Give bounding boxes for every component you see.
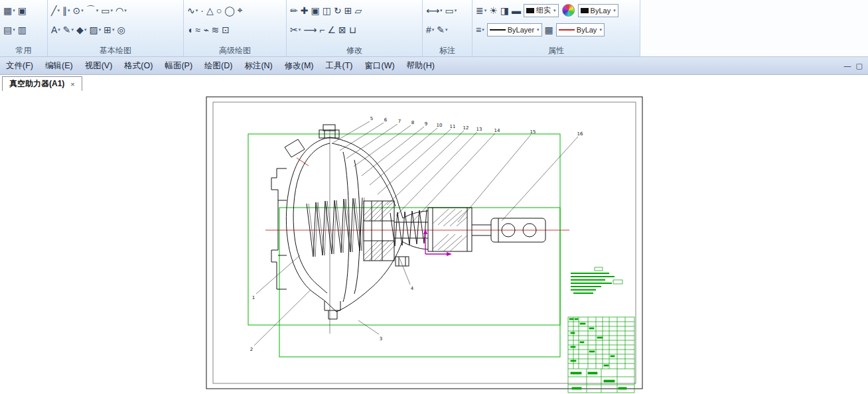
menu-help[interactable]: 帮助(H) xyxy=(401,57,441,74)
circle-button[interactable]: ⊙▾ xyxy=(71,3,84,19)
menu-file[interactable]: 文件(F) xyxy=(0,57,39,74)
dropdown-arrow-icon[interactable]: ▾ xyxy=(72,27,74,33)
linetype-combo[interactable]: ByLayer▾ xyxy=(487,23,542,36)
erase-button[interactable]: ✏ xyxy=(289,3,299,19)
layer-button[interactable]: ≣▾ xyxy=(474,3,488,19)
ellipse-button[interactable]: ◯ xyxy=(223,3,236,19)
menu-paper[interactable]: 幅面(P) xyxy=(159,57,198,74)
dropdown-arrow-icon[interactable]: ▾ xyxy=(57,8,60,13)
color-swatch xyxy=(581,8,589,13)
copy-doc-button[interactable]: ▥ xyxy=(17,22,28,38)
chamfer-button[interactable]: ∠ xyxy=(326,22,338,38)
polygon-button[interactable]: ◆▾ xyxy=(75,22,88,38)
join-button[interactable]: ⊔ xyxy=(348,22,358,38)
dropdown-arrow-icon[interactable]: ▾ xyxy=(84,27,87,33)
layer-list-button[interactable]: ≡▾ xyxy=(474,22,486,38)
lineweight-combo[interactable]: ByLay▾ xyxy=(556,23,605,36)
hatch-button[interactable]: ▨▾ xyxy=(88,22,102,38)
dropdown-arrow-icon[interactable]: ▾ xyxy=(124,8,127,13)
dropdown-arrow-icon[interactable]: ▾ xyxy=(299,27,301,33)
paste-button[interactable]: ▦▾ xyxy=(2,3,17,19)
parallel-button[interactable]: ∥▾ xyxy=(61,3,72,19)
dropdown-arrow-icon[interactable]: ▾ xyxy=(613,8,616,13)
rectangle-button[interactable]: ▭▾ xyxy=(100,3,114,19)
minimize-icon[interactable]: — xyxy=(844,62,851,70)
line-button[interactable]: ╱▾ xyxy=(50,3,61,19)
dropdown-arrow-icon[interactable]: ▾ xyxy=(58,27,60,33)
dropdown-arrow-icon[interactable]: ▾ xyxy=(13,8,15,13)
halfarc-button[interactable]: ◖ xyxy=(186,22,194,38)
dropdown-arrow-icon[interactable]: ▾ xyxy=(482,27,484,33)
dropdown-arrow-icon[interactable]: ▾ xyxy=(440,8,443,13)
wave-button[interactable]: ≈ xyxy=(194,22,202,38)
table-button[interactable]: ▦ xyxy=(543,22,555,38)
dropdown-arrow-icon[interactable]: ▾ xyxy=(537,27,540,33)
extend-button[interactable]: ⟶ xyxy=(302,22,318,38)
coord-dim-button[interactable]: #▾ xyxy=(425,22,435,38)
layer-freeze-button[interactable]: ◨ xyxy=(499,3,510,19)
grid-button[interactable]: ⊞▾ xyxy=(102,22,115,38)
dropdown-arrow-icon[interactable]: ▾ xyxy=(110,8,113,13)
menu-modify[interactable]: 修改(M) xyxy=(279,57,320,74)
dropdown-arrow-icon[interactable]: ▾ xyxy=(96,8,99,13)
menu-edit[interactable]: 编辑(E) xyxy=(39,57,79,74)
image-box-button[interactable]: ⊡ xyxy=(220,22,231,38)
restore-icon[interactable]: ▢ xyxy=(856,62,863,70)
bolt-button[interactable]: ⌁ xyxy=(202,22,210,38)
stretch-button[interactable]: ▱ xyxy=(353,3,363,19)
ribbon-group-properties: ≣▾ ☀ ◨ ▬ 细实▾ ByLay▾ ≡▾ ByLayer▾ ▦ ByLay▾… xyxy=(472,0,640,56)
linestyle-combo[interactable]: 细实▾ xyxy=(524,4,559,17)
arc-button[interactable]: ⌒▾ xyxy=(85,3,100,19)
rotate-button[interactable]: ↻ xyxy=(332,3,343,19)
document-tab-vacuum-booster[interactable]: 真空助力器(A1) × xyxy=(2,76,82,91)
dropdown-arrow-icon[interactable]: ▾ xyxy=(112,27,115,33)
dropdown-arrow-icon[interactable]: ▾ xyxy=(599,27,602,33)
layer-lock-button[interactable]: ▬ xyxy=(510,3,522,19)
color-wheel-icon[interactable] xyxy=(562,4,575,17)
move-button[interactable]: ✚ xyxy=(299,3,310,19)
dim-edit-button[interactable]: ✎▾ xyxy=(435,22,449,38)
dropdown-arrow-icon[interactable]: ▾ xyxy=(445,27,448,33)
donut-button[interactable]: ◎ xyxy=(115,22,126,38)
mirror-button[interactable]: ◫ xyxy=(321,3,332,19)
menu-format[interactable]: 格式(O) xyxy=(118,57,159,74)
menu-tools[interactable]: 工具(T) xyxy=(320,57,359,74)
target-button[interactable]: ⌖ xyxy=(236,3,244,19)
dropdown-arrow-icon[interactable]: ▾ xyxy=(484,8,487,13)
multiline-button[interactable]: ≋ xyxy=(210,22,221,38)
dim-style-button[interactable]: ▭▾ xyxy=(444,3,459,19)
menu-draw[interactable]: 绘图(D) xyxy=(198,57,238,74)
new-sheet-button[interactable]: ▤▾ xyxy=(2,22,17,38)
dimension-button[interactable]: ⟷▾ xyxy=(425,3,444,19)
menu-annotate[interactable]: 标注(N) xyxy=(238,57,278,74)
fillet-button[interactable]: ⌐ xyxy=(318,22,326,38)
break-button[interactable]: ⊠ xyxy=(337,22,348,38)
dropdown-arrow-icon[interactable]: ▾ xyxy=(553,8,556,13)
color-combo[interactable]: ByLay▾ xyxy=(578,4,618,17)
spline-button[interactable]: ∿▾ xyxy=(186,3,199,19)
dropdown-arrow-icon[interactable]: ▾ xyxy=(455,8,457,13)
sketch-button[interactable]: ✎▾ xyxy=(62,22,75,38)
text-button[interactable]: A▾ xyxy=(50,22,62,38)
dropdown-arrow-icon[interactable]: ▾ xyxy=(196,8,198,13)
menu-window[interactable]: 窗口(W) xyxy=(358,57,400,74)
triangle-button[interactable]: △ xyxy=(205,3,215,19)
cad-drawing[interactable]: 1 2 3 4 5 6 7 8 9 10 11 12 13 14 15 16 xyxy=(0,91,868,394)
menu-view[interactable]: 视图(V) xyxy=(79,57,119,74)
revision-cloud-button[interactable]: ◠▾ xyxy=(114,3,128,19)
dropdown-arrow-icon[interactable]: ▾ xyxy=(68,8,70,13)
copy-button[interactable]: ▣ xyxy=(309,3,321,19)
point-button[interactable]: · xyxy=(199,3,205,19)
dropdown-arrow-icon[interactable]: ▾ xyxy=(99,27,102,33)
trim-button[interactable]: ✂▾ xyxy=(289,22,302,38)
ngon-button[interactable]: ○ xyxy=(215,3,223,19)
dropdown-arrow-icon[interactable]: ▾ xyxy=(81,8,84,13)
tab-close-icon[interactable]: × xyxy=(70,80,74,88)
callout-label: 9 xyxy=(425,121,427,127)
screen-button[interactable]: ▣ xyxy=(17,3,28,19)
drawing-canvas-area[interactable]: 1 2 3 4 5 6 7 8 9 10 11 12 13 14 15 16 xyxy=(0,91,868,394)
layer-on-button[interactable]: ☀ xyxy=(488,3,499,19)
array-button[interactable]: ⊞ xyxy=(343,3,354,19)
dropdown-arrow-icon[interactable]: ▾ xyxy=(13,27,15,33)
dropdown-arrow-icon[interactable]: ▾ xyxy=(432,27,435,33)
